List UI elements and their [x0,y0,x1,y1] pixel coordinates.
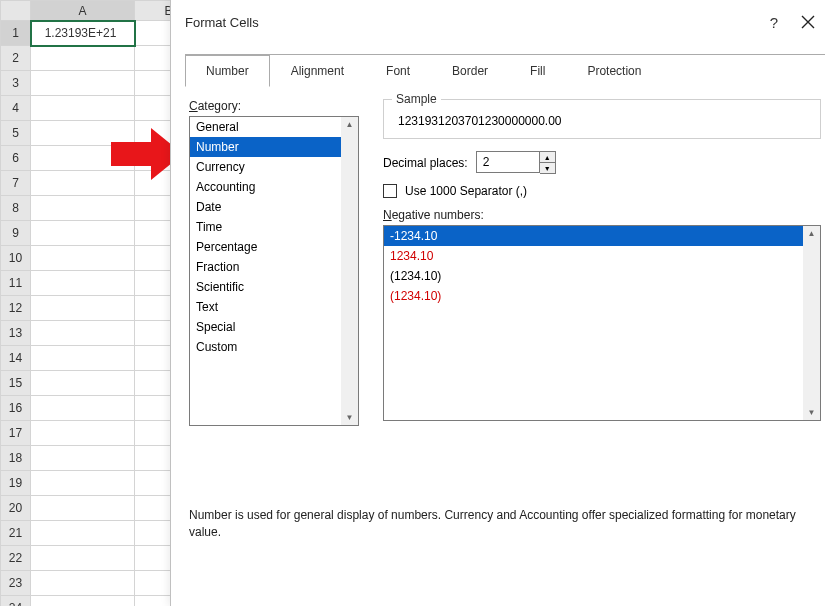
category-item-fraction[interactable]: Fraction [190,257,358,277]
row-header-16[interactable]: 16 [1,396,31,421]
cell-A3[interactable] [31,71,135,96]
negative-option-1[interactable]: 1234.10 [384,246,820,266]
sample-group: Sample 1231931203701230000000.00 [383,99,821,139]
row-header-11[interactable]: 11 [1,271,31,296]
cell-A6[interactable] [31,146,135,171]
close-icon [801,15,815,29]
select-all-corner[interactable] [1,1,31,21]
row-header-4[interactable]: 4 [1,96,31,121]
category-item-accounting[interactable]: Accounting [190,177,358,197]
category-description: Number is used for general display of nu… [189,507,821,541]
category-item-date[interactable]: Date [190,197,358,217]
category-item-general[interactable]: General [190,117,358,137]
row-header-13[interactable]: 13 [1,321,31,346]
category-item-scientific[interactable]: Scientific [190,277,358,297]
dialog-titlebar: Format Cells ? [171,0,839,44]
cell-A17[interactable] [31,421,135,446]
cell-A12[interactable] [31,296,135,321]
negative-option-3[interactable]: (1234.10) [384,286,820,306]
negative-numbers-label: Negative numbers: [383,208,821,222]
cell-A13[interactable] [31,321,135,346]
row-header-10[interactable]: 10 [1,246,31,271]
category-listbox[interactable]: GeneralNumberCurrencyAccountingDateTimeP… [189,116,359,426]
row-header-14[interactable]: 14 [1,346,31,371]
scroll-down-icon[interactable]: ▼ [346,410,354,425]
row-header-2[interactable]: 2 [1,46,31,71]
row-header-7[interactable]: 7 [1,171,31,196]
category-scrollbar[interactable]: ▲ ▼ [341,117,358,425]
row-header-8[interactable]: 8 [1,196,31,221]
decimal-places-spinner[interactable]: ▲ ▼ [476,151,556,174]
cell-A16[interactable] [31,396,135,421]
dialog-title: Format Cells [185,15,757,30]
row-header-12[interactable]: 12 [1,296,31,321]
dialog-body: Category: GeneralNumberCurrencyAccountin… [171,87,839,606]
negative-option-2[interactable]: (1234.10) [384,266,820,286]
cell-A8[interactable] [31,196,135,221]
tab-font[interactable]: Font [365,55,431,87]
row-header-24[interactable]: 24 [1,596,31,607]
sample-label: Sample [392,92,441,106]
spinner-down-icon[interactable]: ▼ [540,163,555,173]
cell-A15[interactable] [31,371,135,396]
row-header-15[interactable]: 15 [1,371,31,396]
category-item-time[interactable]: Time [190,217,358,237]
category-label: Category: [189,99,359,113]
cell-A4[interactable] [31,96,135,121]
row-header-3[interactable]: 3 [1,71,31,96]
cell-A1[interactable]: 1.23193E+21 [31,21,135,46]
spinner-up-icon[interactable]: ▲ [540,152,555,163]
category-item-percentage[interactable]: Percentage [190,237,358,257]
cell-A5[interactable] [31,121,135,146]
cell-A18[interactable] [31,446,135,471]
row-header-18[interactable]: 18 [1,446,31,471]
row-header-19[interactable]: 19 [1,471,31,496]
decimal-places-input[interactable] [476,151,540,173]
use-separator-checkbox[interactable] [383,184,397,198]
cell-A24[interactable] [31,596,135,607]
scroll-down-icon[interactable]: ▼ [808,405,816,420]
cell-A23[interactable] [31,571,135,596]
scroll-up-icon[interactable]: ▲ [808,226,816,241]
category-item-number[interactable]: Number [190,137,358,157]
close-button[interactable] [791,7,825,37]
negative-scrollbar[interactable]: ▲ ▼ [803,226,820,420]
cell-A2[interactable] [31,46,135,71]
tab-border[interactable]: Border [431,55,509,87]
row-header-9[interactable]: 9 [1,221,31,246]
row-header-17[interactable]: 17 [1,421,31,446]
tab-fill[interactable]: Fill [509,55,566,87]
category-item-currency[interactable]: Currency [190,157,358,177]
sample-value: 1231931203701230000000.00 [396,114,808,128]
format-cells-dialog: Format Cells ? Number Alignment Font Bor… [170,0,839,606]
help-button[interactable]: ? [757,7,791,37]
tab-protection[interactable]: Protection [566,55,662,87]
row-header-1[interactable]: 1 [1,21,31,46]
cell-A11[interactable] [31,271,135,296]
negative-numbers-listbox[interactable]: -1234.101234.10(1234.10)(1234.10) ▲ ▼ [383,225,821,421]
cell-A7[interactable] [31,171,135,196]
col-header-A[interactable]: A [31,1,135,21]
row-header-20[interactable]: 20 [1,496,31,521]
row-header-5[interactable]: 5 [1,121,31,146]
row-header-21[interactable]: 21 [1,521,31,546]
decimal-places-label: Decimal places: [383,156,468,170]
row-header-23[interactable]: 23 [1,571,31,596]
category-item-text[interactable]: Text [190,297,358,317]
cell-A19[interactable] [31,471,135,496]
tab-number[interactable]: Number [185,55,270,87]
cell-A14[interactable] [31,346,135,371]
row-header-22[interactable]: 22 [1,546,31,571]
negative-option-0[interactable]: -1234.10 [384,226,820,246]
cell-A20[interactable] [31,496,135,521]
cell-A21[interactable] [31,521,135,546]
row-header-6[interactable]: 6 [1,146,31,171]
scroll-up-icon[interactable]: ▲ [346,117,354,132]
cell-A9[interactable] [31,221,135,246]
category-item-special[interactable]: Special [190,317,358,337]
dialog-tabs: Number Alignment Font Border Fill Protec… [171,54,839,87]
cell-A22[interactable] [31,546,135,571]
cell-A10[interactable] [31,246,135,271]
tab-alignment[interactable]: Alignment [270,55,365,87]
category-item-custom[interactable]: Custom [190,337,358,357]
